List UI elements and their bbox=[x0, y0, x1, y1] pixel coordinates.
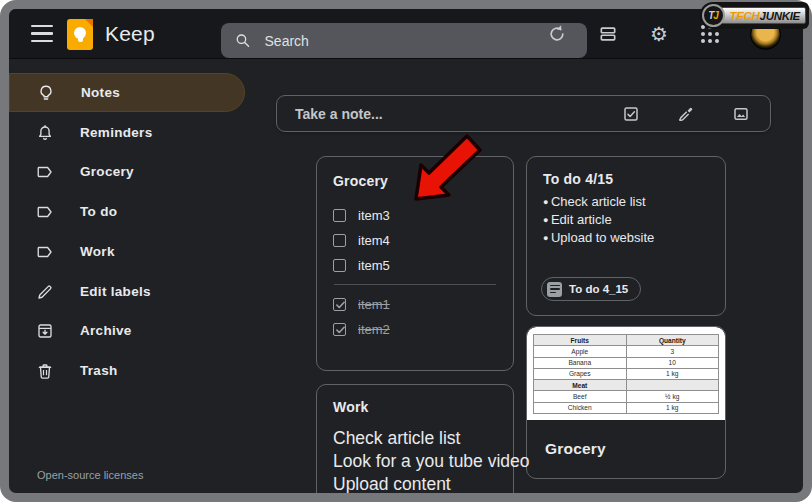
sidebar-item-todo[interactable]: To do bbox=[9, 192, 245, 231]
note-card-grocery-image[interactable]: Fruits Quantity Apple3 Banana10 Grapes1 … bbox=[526, 326, 726, 479]
sidebar-item-label: Grocery bbox=[80, 164, 134, 179]
checklist-item-label: item1 bbox=[358, 297, 390, 312]
checklist-item-done[interactable]: item2 bbox=[333, 317, 497, 342]
app-window: Keep ⚙ bbox=[0, 0, 812, 502]
watermark-tech-text: TECH bbox=[730, 10, 760, 22]
sidebar-item-label: Reminders bbox=[80, 125, 152, 140]
bell-icon bbox=[36, 124, 54, 142]
note-bullet-line: Check article list bbox=[543, 193, 709, 211]
note-title: Work bbox=[333, 399, 497, 415]
note-chip-label: To do 4_15 bbox=[569, 283, 628, 295]
open-source-licenses-link[interactable]: Open-source licenses bbox=[37, 469, 143, 481]
note-title: To do 4/15 bbox=[543, 171, 709, 187]
trash-icon bbox=[36, 362, 54, 380]
note-bullet-line: Edit article bbox=[543, 211, 709, 229]
watermark-junkie-text: JUNKIE bbox=[760, 10, 800, 22]
archive-icon bbox=[36, 322, 54, 340]
pencil-icon bbox=[36, 283, 54, 301]
checkbox-checked-icon[interactable] bbox=[333, 298, 346, 311]
settings-gear-icon[interactable]: ⚙ bbox=[648, 23, 670, 45]
note-text-line: Look for a you tube video bbox=[333, 450, 497, 473]
checklist-item-done[interactable]: item1 bbox=[333, 292, 497, 317]
sidebar: Notes Reminders Grocery To do Work bbox=[9, 59, 269, 493]
label-icon bbox=[36, 163, 54, 181]
sidebar-item-notes[interactable]: Notes bbox=[9, 73, 245, 112]
note-title: Grocery bbox=[333, 173, 497, 189]
note-card-work[interactable]: Work Check article list Look for a you t… bbox=[316, 384, 514, 502]
search-bar[interactable] bbox=[221, 23, 587, 58]
search-icon bbox=[235, 32, 251, 49]
logo-fold bbox=[85, 19, 93, 27]
checklist-item-label: item2 bbox=[358, 322, 390, 337]
top-bar: Keep ⚙ bbox=[9, 9, 803, 59]
checkbox-checked-icon[interactable] bbox=[333, 323, 346, 336]
sidebar-item-edit-labels[interactable]: Edit labels bbox=[9, 272, 245, 311]
sidebar-item-label: Work bbox=[80, 244, 115, 259]
checklist-item-label: item3 bbox=[358, 208, 390, 223]
sidebar-item-label: Edit labels bbox=[80, 284, 151, 299]
note-card-todo[interactable]: To do 4/15 Check article list Edit artic… bbox=[526, 156, 726, 316]
checklist-item[interactable]: item3 bbox=[333, 203, 497, 228]
search-input[interactable] bbox=[265, 33, 573, 49]
note-title: Grocery bbox=[527, 420, 725, 478]
app-title: Keep bbox=[105, 22, 155, 46]
note-text-line: Upload content bbox=[333, 473, 497, 496]
note-image: Fruits Quantity Apple3 Banana10 Grapes1 … bbox=[527, 327, 725, 420]
sidebar-item-archive[interactable]: Archive bbox=[9, 311, 245, 350]
note-label-chip[interactable]: To do 4_15 bbox=[541, 277, 641, 301]
sidebar-item-label: Trash bbox=[80, 363, 118, 378]
checked-items-divider bbox=[334, 284, 496, 285]
checkbox-unchecked-icon[interactable] bbox=[333, 234, 346, 247]
new-checklist-icon[interactable] bbox=[620, 103, 642, 125]
checkbox-unchecked-icon[interactable] bbox=[333, 209, 346, 222]
techjunkie-logo-icon: TJ bbox=[702, 4, 725, 27]
sidebar-item-label: To do bbox=[80, 204, 117, 219]
checklist-item[interactable]: item5 bbox=[333, 253, 497, 278]
note-text-line: Check article list bbox=[333, 427, 497, 450]
sidebar-item-work[interactable]: Work bbox=[9, 232, 245, 271]
take-a-note-bar[interactable]: Take a note... bbox=[276, 95, 771, 132]
note-bullet-line: Upload to website bbox=[543, 229, 709, 247]
screen: Keep ⚙ bbox=[0, 0, 812, 502]
sidebar-item-reminders[interactable]: Reminders bbox=[9, 113, 245, 152]
take-a-note-placeholder: Take a note... bbox=[295, 106, 620, 122]
list-view-icon[interactable] bbox=[597, 23, 619, 45]
new-image-note-icon[interactable] bbox=[730, 103, 752, 125]
label-icon bbox=[36, 243, 54, 261]
sidebar-item-label: Notes bbox=[81, 85, 120, 100]
grocery-table: Fruits Quantity Apple3 Banana10 Grapes1 … bbox=[533, 334, 719, 414]
sidebar-item-grocery[interactable]: Grocery bbox=[9, 152, 245, 191]
checklist-item-label: item5 bbox=[358, 258, 390, 273]
sidebar-item-label: Archive bbox=[80, 323, 132, 338]
lightbulb-icon bbox=[37, 84, 55, 102]
main-menu-icon[interactable] bbox=[31, 25, 53, 42]
label-icon bbox=[36, 203, 54, 221]
checklist-item[interactable]: item4 bbox=[333, 228, 497, 253]
note-card-grocery-checklist[interactable]: Grocery item3 item4 item5 bbox=[316, 156, 514, 371]
note-chip-icon bbox=[547, 282, 562, 297]
checkbox-unchecked-icon[interactable] bbox=[333, 259, 346, 272]
new-drawing-icon[interactable] bbox=[675, 103, 697, 125]
techjunkie-watermark: TJ TECHJUNKIE bbox=[700, 2, 810, 29]
checklist-item-label: item4 bbox=[358, 233, 390, 248]
refresh-icon[interactable] bbox=[546, 23, 568, 45]
logo-bulb-base bbox=[78, 38, 83, 42]
sidebar-item-trash[interactable]: Trash bbox=[9, 351, 245, 390]
keep-logo-icon[interactable] bbox=[67, 19, 93, 50]
